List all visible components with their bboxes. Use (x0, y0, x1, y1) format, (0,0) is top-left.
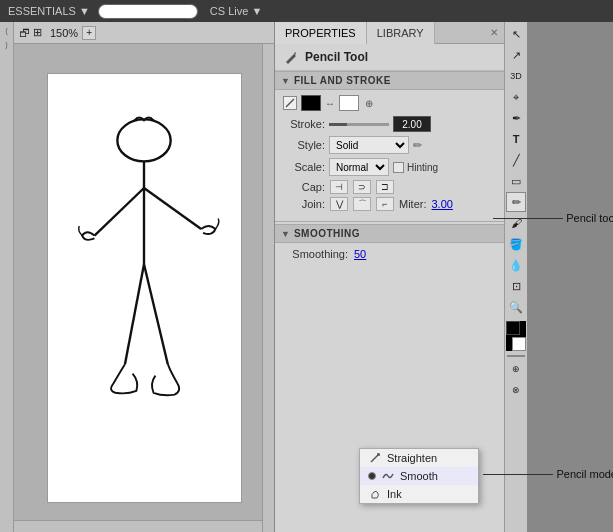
smooth-icon (381, 470, 395, 482)
left-strip: ⟨ ⟩ (0, 22, 14, 532)
style-label: Style: (283, 139, 325, 151)
svg-line-3 (144, 188, 201, 229)
cap-square-icon[interactable]: ⊐ (376, 180, 394, 194)
divider-1 (275, 221, 504, 222)
join-row: Join: ⋁ ⌒ ⌐ Miter: 3.00 (283, 197, 496, 211)
canvas-toolbar: 🗗 ⊞ 150% + (14, 22, 274, 44)
tool-edit[interactable]: ⊗ (506, 380, 526, 400)
cap-row: Cap: ⊣ ⊃ ⊐ (283, 180, 496, 194)
popup-item-straighten[interactable]: Straighten (360, 449, 478, 467)
color-row: ↔ ⊕ (283, 95, 496, 111)
tool-select[interactable]: ↖ (506, 24, 526, 44)
svg-line-2 (94, 188, 144, 236)
hinting-check-row: Hinting (393, 162, 438, 173)
pencil-mode-annotation-text: Pencil mode (556, 468, 613, 480)
style-select[interactable]: Solid (329, 136, 409, 154)
tool-line[interactable]: ╱ (506, 150, 526, 170)
color-swatch-area[interactable] (506, 321, 526, 351)
miter-value[interactable]: 3.00 (432, 198, 453, 210)
join-round-icon[interactable]: ⌒ (353, 197, 371, 211)
color-option-icon[interactable]: ⊕ (365, 98, 373, 109)
search-input[interactable] (98, 4, 198, 19)
color-arrow-icon: ↔ (325, 98, 335, 109)
straighten-icon (368, 452, 382, 464)
top-bar: ESSENTIALS ▼ CS Live ▼ (0, 0, 613, 22)
left-strip-btn-1[interactable]: ⟨ (1, 25, 13, 37)
canvas-icon-2[interactable]: ⊞ (33, 26, 42, 39)
properties-panel: PROPERTIES LIBRARY ✕ Pencil Tool ▼ FILL … (274, 22, 504, 532)
smoothing-value[interactable]: 50 (354, 248, 366, 260)
smoothing-section-title: SMOOTHING (294, 228, 360, 239)
stroke-color-swatch[interactable] (301, 95, 321, 111)
popup-item-straighten-label: Straighten (387, 452, 437, 464)
pencil-tool-annotation-text: Pencil tool (566, 212, 613, 224)
tool-subselect[interactable]: ↗ (506, 45, 526, 65)
popup-item-smooth[interactable]: Smooth (360, 467, 478, 485)
stroke-value-input[interactable]: 2.00 (393, 116, 431, 132)
tool-zoom[interactable]: 🔍 (506, 297, 526, 317)
tool-text[interactable]: T (506, 129, 526, 149)
tool-3d[interactable]: 3D (506, 66, 526, 86)
style-edit-icon[interactable]: ✏ (413, 139, 422, 152)
stroke-row: Stroke: 2.00 (283, 116, 496, 132)
tool-brush[interactable]: 🖌 (506, 213, 526, 233)
svg-line-5 (144, 264, 168, 364)
stroke-slider[interactable] (329, 123, 389, 126)
fill-stroke-arrow-icon: ▼ (281, 76, 290, 86)
smoothing-section-header[interactable]: ▼ SMOOTHING (275, 224, 504, 243)
canvas-drawing-area[interactable] (47, 73, 242, 503)
pencil-tool-icon (283, 49, 299, 65)
tool-rect[interactable]: ▭ (506, 171, 526, 191)
cap-label: Cap: (283, 181, 325, 193)
popup-item-smooth-label: Smooth (400, 470, 438, 482)
smoothing-arrow-icon: ▼ (281, 229, 290, 239)
smoothing-row: Smoothing: 50 (275, 243, 504, 265)
panel-right-outer: PROPERTIES LIBRARY ✕ Pencil Tool ▼ FILL … (274, 22, 527, 532)
tool-pen[interactable]: ✒ (506, 108, 526, 128)
svg-line-4 (125, 264, 144, 364)
canvas-scrollbar-right[interactable] (262, 44, 274, 532)
canvas-scrollbar-bottom[interactable] (14, 520, 262, 532)
stroke-type-icon[interactable] (283, 96, 297, 110)
join-miter-icon[interactable]: ⋁ (330, 197, 348, 211)
pencil-mode-popup: Straighten Smooth Ink (359, 448, 479, 504)
svg-line-6 (286, 99, 294, 107)
tab-library[interactable]: LIBRARY (367, 22, 435, 44)
tool-eraser[interactable]: ⊡ (506, 276, 526, 296)
fill-stroke-section-header[interactable]: ▼ FILL AND STROKE (275, 71, 504, 90)
cap-round-icon[interactable]: ⊃ (353, 180, 371, 194)
left-strip-btn-2[interactable]: ⟩ (1, 39, 13, 51)
zoom-level: 150% (50, 27, 78, 39)
panel-title-row: Pencil Tool (275, 44, 504, 71)
right-toolbar: ↖ ↗ 3D ⌖ ✒ T ╱ ▭ ✏ 🖌 🪣 💧 ⊡ 🔍 ⊕ ⊗ (504, 22, 527, 532)
join-bevel-icon[interactable]: ⌐ (376, 197, 394, 211)
tool-paint[interactable]: 🪣 (506, 234, 526, 254)
canvas-content (14, 44, 274, 532)
toolbar-divider (507, 355, 525, 357)
scale-select[interactable]: Normal (329, 158, 389, 176)
zoom-plus-button[interactable]: + (82, 26, 96, 40)
tool-snap[interactable]: ⊕ (506, 359, 526, 379)
style-row: Style: Solid ✏ (283, 136, 496, 154)
tool-eyedrop[interactable]: 💧 (506, 255, 526, 275)
canvas-icon-1[interactable]: 🗗 (19, 27, 30, 39)
hinting-checkbox[interactable] (393, 162, 404, 173)
tab-properties[interactable]: PROPERTIES (275, 22, 367, 44)
cslive-menu[interactable]: CS Live ▼ (210, 5, 262, 17)
main-layout: ⟨ ⟩ 🗗 ⊞ 150% + (0, 22, 613, 532)
canvas-area: 🗗 ⊞ 150% + (14, 22, 274, 532)
panel-tabs: PROPERTIES LIBRARY ✕ (275, 22, 504, 44)
popup-item-ink[interactable]: Ink (360, 485, 478, 503)
tool-lasso[interactable]: ⌖ (506, 87, 526, 107)
cap-butt-icon[interactable]: ⊣ (330, 180, 348, 194)
miter-label: Miter: (399, 198, 427, 210)
panel-close-button[interactable]: ✕ (484, 27, 504, 38)
stickfigure-drawing (64, 88, 224, 488)
ink-icon (368, 488, 382, 500)
tool-pencil[interactable]: ✏ (506, 192, 526, 212)
scale-label: Scale: (283, 161, 325, 173)
fill-color-swatch[interactable] (339, 95, 359, 111)
essentials-menu[interactable]: ESSENTIALS ▼ (8, 5, 90, 17)
fill-stroke-section-content: ↔ ⊕ Stroke: 2.00 Style: Solid (275, 90, 504, 219)
canvas-toolbar-icons: 🗗 ⊞ (19, 26, 42, 39)
